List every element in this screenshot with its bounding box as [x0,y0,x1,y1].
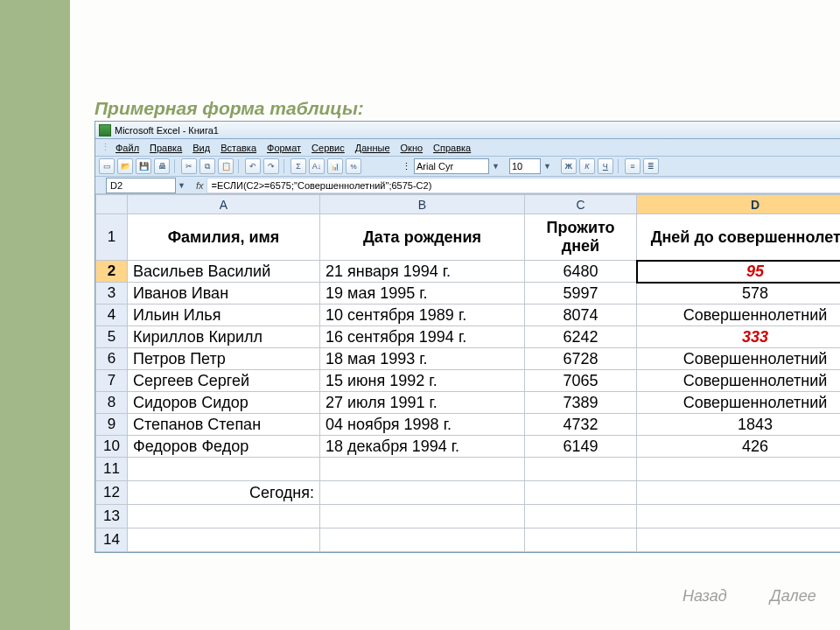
cell[interactable]: 7065 [525,370,637,392]
col-header-c[interactable]: C [525,195,637,214]
cell[interactable]: Совершеннолетний [637,304,841,326]
font-select[interactable] [414,158,489,174]
cell[interactable]: 5997 [525,283,637,304]
cell[interactable]: 6149 [525,436,637,458]
fx-icon[interactable]: fx [196,180,204,191]
new-icon[interactable]: ▭ [99,158,115,174]
row-header[interactable]: 13 [96,505,128,528]
cell[interactable]: 426 [637,436,841,458]
cell[interactable]: 27 июля 1991 г. [320,392,525,414]
row-header[interactable]: 8 [96,392,128,414]
cell[interactable]: 8074 [525,304,637,326]
menu-insert[interactable]: Вставка [220,143,256,153]
cell[interactable]: 04 ноября 1998 г. [320,414,525,436]
cell[interactable]: Федоров Федор [128,436,320,458]
cell[interactable]: Васильев Василий [128,261,320,283]
sum-icon[interactable]: Σ [290,158,306,174]
menu-format[interactable]: Формат [267,143,301,153]
cell[interactable]: Степанов Степан [128,414,320,436]
dropdown-icon[interactable]: ▼ [543,162,551,171]
row-header[interactable]: 7 [96,370,128,392]
menu-data[interactable]: Данные [355,143,390,153]
col-header-b[interactable]: B [320,195,525,214]
cell[interactable]: Сидоров Сидор [128,392,320,414]
cell[interactable]: 18 декабря 1994 г. [320,436,525,458]
cell[interactable]: 19 мая 1995 г. [320,283,525,304]
row-header[interactable]: 14 [96,528,128,552]
cell[interactable]: Совершеннолетний [637,348,841,370]
cell[interactable]: 6480 [525,261,637,283]
font-size-select[interactable] [509,158,541,174]
cell[interactable]: Ильин Илья [128,304,320,326]
header-cell[interactable]: Дней до совершеннолетия [637,214,841,261]
row-header[interactable]: 11 [96,458,128,481]
cell[interactable]: 6728 [525,348,637,370]
row-header[interactable]: 1 [96,214,128,261]
redo-icon[interactable]: ↷ [263,158,279,174]
cell[interactable]: 6242 [525,326,637,348]
grip-icon[interactable]: ⋮ [402,161,411,172]
italic-button[interactable]: К [579,158,595,174]
row-header[interactable]: 4 [96,304,128,326]
save-icon[interactable]: 💾 [136,158,151,174]
copy-icon[interactable]: ⧉ [200,158,215,174]
cell[interactable]: 7389 [525,392,637,414]
header-cell[interactable]: Фамилия, имя [128,214,320,261]
grip-icon[interactable]: ⋮ [101,142,110,153]
menu-file[interactable]: Файл [116,143,139,153]
menu-tools[interactable]: Сервис [312,143,345,153]
today-label[interactable]: Сегодня: [128,481,320,505]
chart-icon[interactable]: 📊 [327,158,343,174]
cell[interactable]: 21 января 1994 г. [320,261,525,283]
sort-icon[interactable]: A↓ [309,158,325,174]
name-box[interactable] [106,178,176,193]
align-left-icon[interactable]: ≡ [625,158,640,174]
col-header-d[interactable]: D [637,195,841,214]
menu-edit[interactable]: Правка [150,143,182,153]
nav-next[interactable]: Далее [770,587,816,606]
title-bar[interactable]: Microsoft Excel - Книга1 [95,122,840,139]
menu-help[interactable]: Справка [433,143,471,153]
cell[interactable]: Петров Петр [128,348,320,370]
header-cell[interactable]: Прожито дней [525,214,637,261]
menu-view[interactable]: Вид [192,143,210,153]
print-icon[interactable]: 🖶 [154,158,170,174]
cut-icon[interactable]: ✂ [181,158,197,174]
cell[interactable]: 18 мая 1993 г. [320,348,525,370]
bold-button[interactable]: Ж [561,158,577,174]
row-header[interactable]: 9 [96,414,128,436]
cell[interactable]: 15 июня 1992 г. [320,370,525,392]
header-cell[interactable]: Дата рождения [320,214,525,261]
row-header[interactable]: 2 [96,261,128,283]
row-header[interactable]: 5 [96,326,128,348]
row-header[interactable]: 3 [96,283,128,304]
namebox-dropdown-icon[interactable]: ▼ [178,181,186,190]
paste-icon[interactable]: 📋 [218,158,234,174]
cell[interactable]: 95 [637,261,841,283]
spreadsheet-grid[interactable]: A B C D 1 Фамилия, имя Дата рождения Про… [95,194,840,552]
cell[interactable]: Сергеев Сергей [128,370,320,392]
underline-button[interactable]: Ч [598,158,613,174]
cell[interactable]: Кириллов Кирилл [128,326,320,348]
row-header[interactable]: 6 [96,348,128,370]
col-header-a[interactable]: A [128,195,320,214]
cell[interactable]: Иванов Иван [128,283,320,304]
select-all-corner[interactable] [96,195,128,214]
menu-window[interactable]: Окно [401,143,424,153]
cell[interactable]: Совершеннолетний [637,370,841,392]
align-center-icon[interactable]: ≣ [643,158,659,174]
row-header[interactable]: 10 [96,436,128,458]
cell[interactable]: Совершеннолетний [637,392,841,414]
formula-input[interactable] [206,178,840,193]
open-icon[interactable]: 📂 [117,158,133,174]
undo-icon[interactable]: ↶ [245,158,261,174]
nav-back[interactable]: Назад [682,587,727,606]
zoom-icon[interactable]: % [346,158,361,174]
cell[interactable]: 4732 [525,414,637,436]
cell[interactable]: 1843 [637,414,841,436]
cell[interactable]: 578 [637,283,841,304]
dropdown-icon[interactable]: ▼ [492,162,500,171]
row-header[interactable]: 12 [96,481,128,505]
cell[interactable]: 16 сентября 1994 г. [320,326,525,348]
cell[interactable]: 10 сентября 1989 г. [320,304,525,326]
